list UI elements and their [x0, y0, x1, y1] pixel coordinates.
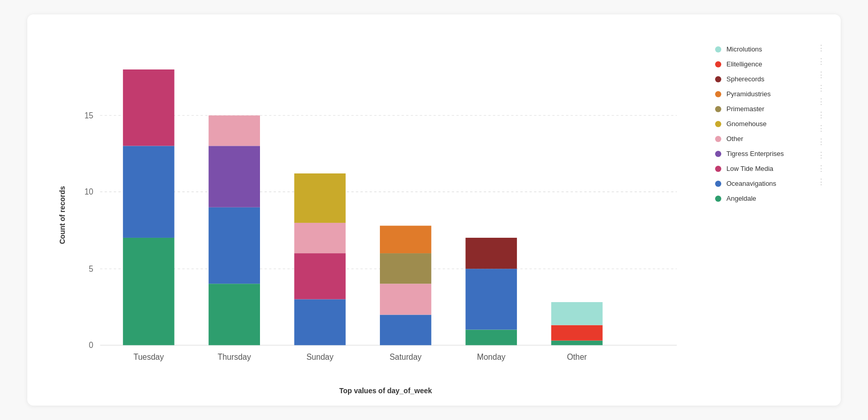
legend-label: Elitelligence [726, 60, 762, 68]
bar-saturday-other [380, 284, 431, 314]
bar-tuesday-oceanavigations [123, 146, 175, 238]
legend: MicrolutionsElitelligenceSpherecordsPyra… [700, 40, 813, 202]
legend-action-icon[interactable]: ⋮ [817, 126, 825, 132]
bar-saturday-pyramidustries [380, 226, 431, 254]
bar-saturday-oceanavigations [380, 314, 431, 345]
legend-color-dot [715, 151, 721, 157]
bar-thursday-other [209, 115, 260, 146]
legend-item: Primemaster [715, 105, 813, 113]
y-axis-label: Count of records [58, 35, 66, 395]
svg-text:Tuesday: Tuesday [133, 352, 164, 361]
legend-dots-column: ⋮⋮⋮⋮⋮⋮⋮⋮⋮⋮⋮ [813, 40, 825, 185]
bar-tuesday-angeldale [123, 238, 175, 345]
bar-sunday-gnomehouse [294, 173, 346, 223]
legend-label: Pyramidustries [726, 90, 771, 98]
plot-area: 0 5 10 15 Tuesday [72, 35, 700, 395]
svg-text:Saturday: Saturday [390, 352, 422, 361]
grid-and-bars: 0 5 10 15 Tuesday [72, 35, 700, 368]
legend-action-icon[interactable]: ⋮ [817, 99, 825, 105]
bar-thursday-oceanavigations [209, 207, 260, 284]
svg-text:Thursday: Thursday [218, 352, 251, 361]
svg-text:10: 10 [84, 187, 94, 196]
x-axis-label: Top values of day_of_week [72, 387, 700, 395]
legend-item: Spherecords [715, 75, 813, 83]
legend-action-icon[interactable]: ⋮ [817, 112, 825, 118]
legend-action-icon[interactable]: ⋮ [817, 59, 825, 65]
chart-svg: 0 5 10 15 Tuesday [72, 35, 700, 368]
legend-label: Gnomehouse [726, 120, 767, 128]
svg-text:15: 15 [84, 111, 93, 120]
legend-action-icon[interactable]: ⋮ [817, 166, 825, 172]
legend-label: Tigress Enterprises [726, 150, 784, 157]
chart-container: Count of records 0 5 10 15 [27, 14, 841, 406]
legend-item: Elitelligence [715, 60, 813, 68]
legend-item: Angeldale [715, 195, 813, 202]
svg-text:Monday: Monday [477, 352, 506, 361]
legend-item: Oceanavigations [715, 180, 813, 187]
bar-other-elitelligence [551, 325, 603, 341]
legend-action-icon[interactable]: ⋮ [817, 139, 825, 145]
svg-text:5: 5 [89, 265, 94, 273]
bar-sunday-other [294, 223, 346, 253]
legend-item: Microlutions [715, 45, 813, 53]
bar-monday-oceanavigations [465, 269, 517, 329]
bar-monday-angeldale [465, 329, 517, 345]
bar-other-angeldale [551, 341, 603, 345]
legend-action-icon[interactable]: ⋮ [817, 179, 825, 185]
legend-color-dot [715, 91, 721, 97]
legend-label: Low Tide Media [726, 165, 773, 172]
svg-text:0: 0 [89, 341, 94, 349]
legend-color-dot [715, 76, 721, 82]
svg-text:Other: Other [567, 352, 587, 361]
bar-thursday-tigress [209, 146, 260, 207]
legend-label: Spherecords [726, 75, 765, 83]
legend-color-dot [715, 61, 721, 67]
legend-action-icon[interactable]: ⋮ [817, 85, 825, 92]
legend-color-dot [715, 181, 721, 187]
bar-monday-spherecords [465, 238, 517, 269]
bar-thursday-angeldale [209, 284, 260, 345]
legend-color-dot [715, 166, 721, 172]
legend-color-dot [715, 121, 721, 127]
legend-label: Angeldale [726, 195, 756, 202]
svg-text:Sunday: Sunday [306, 352, 334, 361]
legend-label: Oceanavigations [726, 180, 776, 187]
legend-action-icon[interactable]: ⋮ [817, 152, 825, 159]
legend-item: Pyramidustries [715, 90, 813, 98]
legend-item: Gnomehouse [715, 120, 813, 128]
bar-sunday-oceanavigations [294, 299, 346, 345]
bar-other-microlutions [551, 302, 603, 325]
legend-item: Tigress Enterprises [715, 150, 813, 157]
legend-item: Low Tide Media [715, 165, 813, 172]
legend-label: Other [726, 135, 743, 143]
bar-saturday-primemaster [380, 253, 431, 284]
legend-action-icon[interactable]: ⋮ [817, 45, 825, 51]
legend-color-dot [715, 46, 721, 52]
legend-item: Other [715, 135, 813, 143]
legend-color-dot [715, 196, 721, 202]
bar-tuesday-lowtide [123, 69, 175, 146]
bar-sunday-lowtide [294, 253, 346, 299]
legend-label: Microlutions [726, 45, 762, 53]
legend-color-dot [715, 136, 721, 142]
legend-color-dot [715, 106, 721, 112]
legend-label: Primemaster [726, 105, 765, 113]
legend-action-icon[interactable]: ⋮ [817, 72, 825, 78]
